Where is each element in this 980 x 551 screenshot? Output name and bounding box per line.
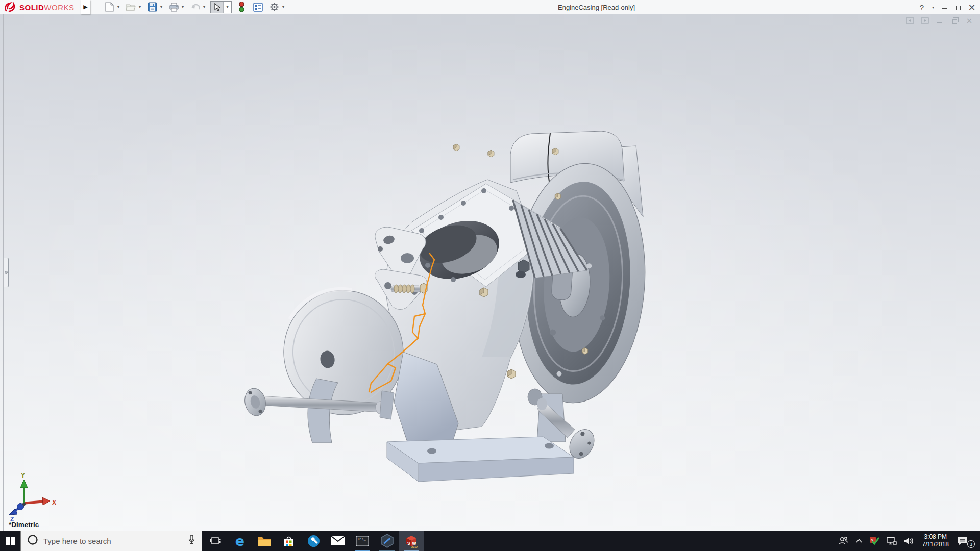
system-tray: S 3:08 PM 7/11/2018 3 [835, 531, 980, 551]
sw-icon-year: 2017 [411, 545, 418, 548]
sw-check-icon: S [870, 537, 879, 545]
sw-icon-letter-s: S [407, 541, 410, 546]
window-controls: ? ▾ × [917, 0, 977, 14]
file-explorer-button[interactable] [252, 531, 277, 551]
undo-icon[interactable] [189, 1, 202, 13]
solidworks-monitor-tray-button[interactable]: S [866, 531, 883, 551]
document-close-button[interactable]: × [965, 17, 974, 25]
solidworks-logo: SOLIDWORKS [4, 1, 75, 13]
pane-next-icon[interactable] [920, 17, 929, 25]
restore-button[interactable] [953, 1, 963, 13]
select-tool-caret[interactable]: ▾ [224, 2, 231, 13]
save-icon[interactable] [146, 1, 159, 13]
mail-button[interactable] [326, 531, 350, 551]
command-prompt-icon: C:\_ [356, 536, 369, 546]
show-hidden-icons-button[interactable] [852, 531, 866, 551]
microphone-icon[interactable] [188, 535, 195, 547]
open-caret[interactable]: ▾ [137, 5, 142, 9]
solidworks-app-icon: S W 2017 [404, 534, 419, 548]
taskbar-clock[interactable]: 3:08 PM 7/11/2018 [918, 533, 954, 548]
taskbar-apps: e C:\_ S W 2017 [203, 531, 424, 551]
select-tool-group: ▾ [210, 1, 232, 13]
speaker-icon [904, 537, 914, 545]
quick-access-toolbar: ▾ ▾ ▾ ▾ ▾ [103, 0, 289, 14]
network-icon [887, 537, 897, 545]
model-canvas[interactable]: Y X Z [0, 0, 980, 551]
document-restore-button[interactable] [950, 17, 959, 25]
new-document-caret[interactable]: ▾ [116, 5, 121, 9]
hexagon-app-icon [380, 534, 394, 548]
clock-time: 3:08 PM [924, 533, 947, 541]
undo-caret[interactable]: ▾ [202, 5, 207, 9]
edge-icon: e [235, 534, 244, 548]
windows-logo-icon [6, 537, 15, 545]
chevron-up-icon [855, 538, 863, 543]
solidworks-taskbar-button[interactable]: S W 2017 [399, 531, 424, 551]
hexagon-app-button[interactable] [375, 531, 399, 551]
rebuild-traffic-light-icon[interactable] [235, 1, 248, 13]
minimize-button[interactable] [939, 1, 949, 13]
feature-panel-handle[interactable] [4, 258, 9, 287]
document-window-controls: × [905, 17, 974, 25]
search-input[interactable] [43, 537, 182, 545]
help-button[interactable]: ? [917, 1, 927, 13]
print-icon[interactable] [167, 1, 180, 13]
new-document-icon[interactable] [103, 1, 116, 13]
window-title: EngineCasing [Read-only] [558, 4, 635, 11]
clock-date: 7/11/2018 [922, 541, 949, 548]
help-caret[interactable]: ▾ [930, 5, 936, 10]
file-properties-icon[interactable] [252, 1, 264, 13]
save-caret[interactable]: ▾ [159, 5, 164, 9]
store-bag-icon [283, 535, 295, 547]
view-orientation-label: *Dimetric [9, 521, 39, 529]
wrench-circle-icon [307, 535, 320, 547]
store-button[interactable] [277, 531, 301, 551]
cortana-icon [27, 534, 38, 547]
people-icon [838, 536, 848, 545]
logo-text-bold: SOLID [19, 3, 44, 12]
options-gear-icon[interactable] [268, 1, 281, 13]
menu-expand-button[interactable]: ▶ [81, 0, 90, 14]
folder-icon [258, 536, 271, 546]
notification-badge: 3 [967, 540, 975, 548]
task-view-button[interactable] [203, 531, 228, 551]
people-button[interactable] [835, 531, 852, 551]
document-minimize-button[interactable] [935, 17, 944, 25]
close-button[interactable]: × [967, 1, 977, 13]
orientation-triad: Y X Z [9, 472, 56, 523]
support-tool-button[interactable] [301, 531, 326, 551]
titlebar: SOLIDWORKS ▶ ▾ ▾ ▾ ▾ [0, 0, 980, 14]
panel-handle-dot [5, 271, 8, 274]
print-caret[interactable]: ▾ [180, 5, 185, 9]
pane-previous-icon[interactable] [905, 17, 915, 25]
edge-browser-button[interactable]: e [228, 531, 252, 551]
taskbar: e C:\_ S W 2017 [0, 531, 980, 551]
taskbar-search[interactable] [20, 531, 202, 551]
logo-text-light: WORKS [44, 3, 74, 12]
volume-tray-button[interactable] [900, 531, 918, 551]
select-tool-icon[interactable] [211, 2, 224, 13]
model-part-base-plate [387, 437, 574, 482]
triad-x-label: X [52, 499, 56, 506]
open-icon[interactable] [125, 1, 137, 13]
options-caret[interactable]: ▾ [281, 5, 286, 9]
start-button[interactable] [0, 531, 20, 551]
triad-y-label: Y [21, 472, 25, 479]
cmd-prompt-text: C:\_ [358, 538, 366, 541]
dassault-swoosh-icon [4, 2, 17, 13]
action-center-icon [957, 536, 968, 546]
graphics-viewport[interactable]: Y X Z *Dimetric × [0, 0, 980, 551]
mail-envelope-icon [331, 536, 345, 545]
command-prompt-button[interactable]: C:\_ [350, 531, 375, 551]
action-center-button[interactable]: 3 [953, 531, 975, 551]
network-tray-button[interactable] [883, 531, 900, 551]
